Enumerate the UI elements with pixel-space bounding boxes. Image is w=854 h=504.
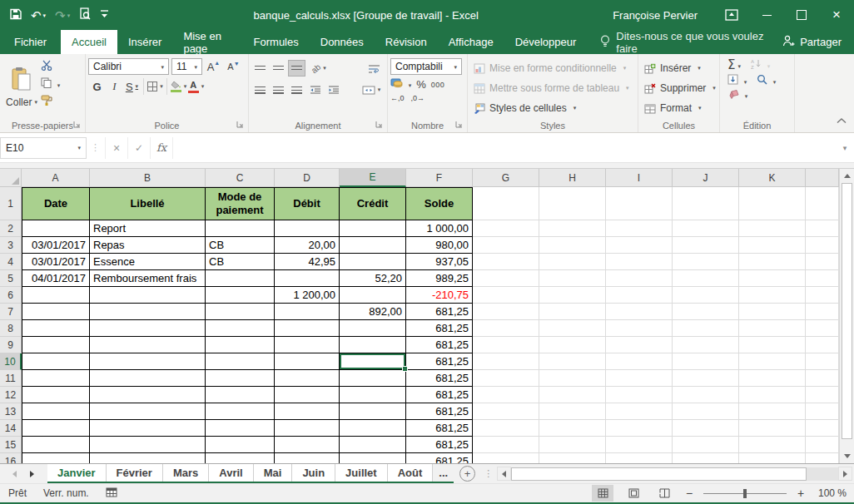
scroll-down-icon[interactable] [840, 449, 854, 463]
cell-J10[interactable] [673, 353, 739, 370]
cell-C3[interactable]: CB [206, 237, 275, 254]
cell-B6[interactable] [90, 287, 206, 304]
cell-E8[interactable] [340, 320, 406, 337]
cell-C7[interactable] [206, 304, 275, 320]
sheet-tab-juin[interactable]: Juin [292, 464, 335, 482]
align-top-button[interactable] [251, 60, 269, 77]
cell-F8[interactable]: 681,25 [406, 320, 473, 337]
cell-A13[interactable] [22, 403, 90, 420]
cell-filler-10[interactable] [806, 353, 839, 370]
tab-insérer[interactable]: Insérer [117, 30, 172, 54]
row-header-5[interactable]: 5 [0, 270, 22, 287]
find-select-button[interactable] [757, 74, 776, 87]
cell-G16[interactable] [473, 453, 539, 463]
italic-button[interactable]: I [106, 78, 123, 95]
share-button[interactable]: Partager [782, 30, 854, 54]
cell-G15[interactable] [473, 437, 539, 453]
row-header-10[interactable]: 10 [0, 353, 22, 370]
cell-F4[interactable]: 937,05 [406, 254, 473, 270]
cell-C11[interactable] [206, 370, 275, 387]
view-page-layout-button[interactable] [623, 485, 644, 502]
cell-filler-8[interactable] [806, 320, 839, 337]
cell-H10[interactable] [539, 353, 606, 370]
cell-K10[interactable] [739, 353, 806, 370]
close-button[interactable]: × [819, 0, 854, 30]
save-icon[interactable] [10, 8, 22, 22]
sheet-tabs-overflow[interactable]: ... [433, 464, 454, 482]
cell-filler-13[interactable] [806, 403, 839, 420]
cell-C5[interactable] [206, 270, 275, 287]
cell-J1[interactable] [673, 187, 739, 220]
clipboard-dialog-launcher-icon[interactable] [73, 120, 81, 130]
cell-H1[interactable] [539, 187, 606, 220]
cell-H13[interactable] [539, 403, 606, 420]
cell-filler-14[interactable] [806, 420, 839, 437]
horizontal-scroll-thumb[interactable] [511, 467, 807, 481]
align-left-button[interactable] [251, 82, 269, 98]
enter-entry-button[interactable]: ✓ [127, 137, 150, 159]
cell-E9[interactable] [340, 337, 406, 353]
format-as-table-button[interactable]: Mettre sous forme de tableau [474, 79, 635, 97]
insert-function-button[interactable]: fx [150, 137, 172, 159]
tab-affichage[interactable]: Affichage [438, 30, 504, 54]
increase-indent-button[interactable] [325, 82, 342, 98]
cell-J9[interactable] [673, 337, 739, 353]
cell-J6[interactable] [673, 287, 739, 304]
cell-F15[interactable]: 681,25 [406, 437, 473, 453]
cell-J12[interactable] [673, 387, 739, 403]
row-header-8[interactable]: 8 [0, 320, 22, 337]
cell-D13[interactable] [275, 403, 340, 420]
column-header-G[interactable]: G [473, 169, 539, 187]
cell-K6[interactable] [739, 287, 806, 304]
row-header-14[interactable]: 14 [0, 420, 22, 437]
cell-I10[interactable] [606, 353, 673, 370]
cell-H8[interactable] [539, 320, 606, 337]
cell-C8[interactable] [206, 320, 275, 337]
zoom-in-button[interactable]: + [796, 487, 806, 500]
align-center-button[interactable] [270, 82, 287, 98]
cell-F2[interactable]: 1 000,00 [406, 220, 473, 237]
cell-K13[interactable] [739, 403, 806, 420]
cell-D9[interactable] [275, 337, 340, 353]
cell-J14[interactable] [673, 420, 739, 437]
cell-H3[interactable] [539, 237, 606, 254]
cell-I5[interactable] [606, 270, 673, 287]
cell-G12[interactable] [473, 387, 539, 403]
account-user-name[interactable]: Françoise Pervier [613, 9, 698, 22]
cell-A2[interactable] [22, 220, 90, 237]
cell-E10[interactable] [340, 353, 406, 370]
formula-bar-drag-handle[interactable]: ⋮ [87, 142, 105, 153]
cell-D5[interactable] [275, 270, 340, 287]
zoom-level[interactable]: 100 % [815, 487, 847, 499]
cell-K12[interactable] [739, 387, 806, 403]
cell-D11[interactable] [275, 370, 340, 387]
collapse-ribbon-icon[interactable] [837, 114, 847, 126]
cell-J2[interactable] [673, 220, 739, 237]
cell-G4[interactable] [473, 254, 539, 270]
cell-K8[interactable] [739, 320, 806, 337]
column-header-I[interactable]: I [606, 169, 673, 187]
percent-style-button[interactable]: % [416, 78, 426, 91]
cell-D3[interactable]: 20,00 [275, 237, 340, 254]
sheet-tab-août[interactable]: Août [388, 464, 434, 482]
cell-F10[interactable]: 681,25 [406, 353, 473, 370]
cell-B3[interactable]: Repas [90, 237, 206, 254]
column-header-H[interactable]: H [539, 169, 606, 187]
decrease-font-size-button[interactable]: A▼ [225, 58, 242, 75]
cell-F11[interactable]: 681,25 [406, 370, 473, 387]
sheet-tab-avril[interactable]: Avril [209, 464, 253, 482]
row-header-4[interactable]: 4 [0, 254, 22, 270]
cell-D6[interactable]: 1 200,00 [275, 287, 340, 304]
cell-B13[interactable] [90, 403, 206, 420]
cell-A7[interactable] [22, 304, 90, 320]
cell-B10[interactable] [90, 353, 206, 370]
scroll-left-icon[interactable] [497, 467, 511, 481]
cell-B11[interactable] [90, 370, 206, 387]
cell-F12[interactable]: 681,25 [406, 387, 473, 403]
cell-A16[interactable] [22, 453, 90, 463]
zoom-slider[interactable] [703, 493, 787, 494]
currency-format-button[interactable] [390, 78, 411, 91]
cell-I3[interactable] [606, 237, 673, 254]
cell-I9[interactable] [606, 337, 673, 353]
cell-J11[interactable] [673, 370, 739, 387]
